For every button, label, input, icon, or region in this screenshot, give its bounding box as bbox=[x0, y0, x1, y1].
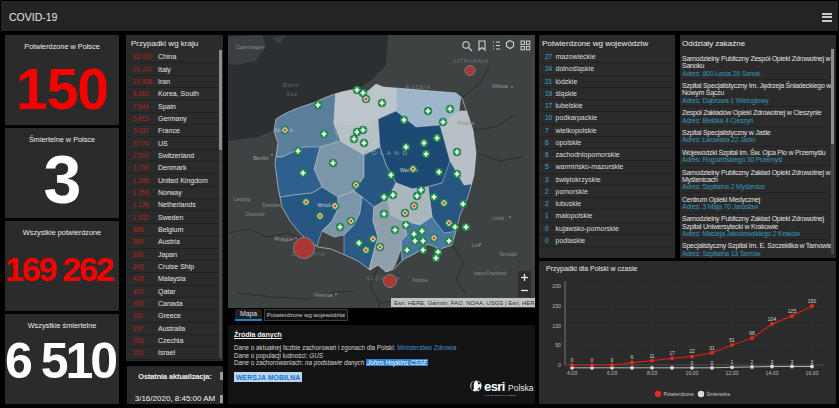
svg-text:Hrodna: Hrodna bbox=[458, 120, 475, 126]
svg-text:esri: esri bbox=[484, 379, 505, 394]
svg-text:8.03: 8.03 bbox=[647, 370, 657, 376]
svg-text:22: 22 bbox=[689, 348, 695, 354]
svg-text:3: 3 bbox=[771, 359, 774, 365]
svg-text:50: 50 bbox=[555, 342, 561, 348]
svg-text:Potwierdzone: Potwierdzone bbox=[664, 391, 695, 397]
svg-text:Copenhagen: Copenhagen bbox=[236, 44, 265, 50]
svg-text:Košice: Košice bbox=[412, 277, 427, 283]
svg-text:6: 6 bbox=[631, 354, 634, 360]
svg-text:150: 150 bbox=[552, 303, 561, 309]
svg-text:Leipzig: Leipzig bbox=[234, 196, 250, 202]
svg-text:0: 0 bbox=[611, 357, 614, 363]
svg-text:Prague: Prague bbox=[274, 236, 294, 242]
svg-text:3: 3 bbox=[811, 359, 814, 365]
svg-text:Śmiertelne: Śmiertelne bbox=[707, 390, 731, 397]
svg-text:0: 0 bbox=[691, 360, 694, 366]
svg-text:68: 68 bbox=[749, 330, 755, 336]
svg-text:2: 2 bbox=[751, 359, 754, 365]
svg-text:P O L A N D: P O L A N D bbox=[364, 149, 408, 156]
svg-text:Chemnitz: Chemnitz bbox=[245, 212, 265, 217]
svg-text:10.03: 10.03 bbox=[686, 370, 699, 376]
svg-text:Vienna: Vienna bbox=[314, 292, 333, 298]
svg-text:0: 0 bbox=[571, 357, 574, 363]
svg-text:16.03: 16.03 bbox=[806, 370, 819, 376]
svg-text:L I T H U A N I A: L I T H U A N I A bbox=[454, 59, 489, 64]
svg-text:14.03: 14.03 bbox=[766, 370, 779, 376]
svg-text:Ternopil: Ternopil bbox=[499, 251, 517, 257]
svg-text:0: 0 bbox=[711, 360, 714, 366]
svg-text:125: 125 bbox=[788, 308, 797, 314]
svg-text:200: 200 bbox=[552, 283, 561, 289]
svg-text:Ivano-Frankivsk: Ivano-Frankivsk bbox=[474, 271, 507, 276]
svg-text:1: 1 bbox=[731, 359, 734, 365]
svg-text:Baltic: Baltic bbox=[283, 82, 299, 88]
svg-text:3: 3 bbox=[791, 359, 794, 365]
svg-text:6.03: 6.03 bbox=[607, 370, 617, 376]
svg-text:Lviv: Lviv bbox=[472, 242, 481, 248]
svg-text:Esri, HERE, Garmin, FAO, NOAA,: Esri, HERE, Garmin, FAO, NOAA, USGS | Es… bbox=[394, 300, 535, 306]
svg-text:51: 51 bbox=[729, 337, 735, 343]
svg-text:31: 31 bbox=[709, 345, 715, 351]
svg-text:4.03: 4.03 bbox=[567, 370, 577, 376]
svg-text:Vilnius: Vilnius bbox=[492, 83, 508, 89]
svg-text:12.03: 12.03 bbox=[726, 370, 739, 376]
svg-text:0: 0 bbox=[591, 357, 594, 363]
svg-text:Sea: Sea bbox=[286, 91, 297, 97]
svg-text:100: 100 bbox=[552, 323, 561, 329]
svg-text:Lutsk: Lutsk bbox=[492, 215, 504, 221]
svg-text:Dresden: Dresden bbox=[263, 202, 282, 208]
svg-text:R U S S I A: R U S S I A bbox=[406, 85, 431, 90]
svg-text:150: 150 bbox=[808, 298, 817, 304]
svg-text:11: 11 bbox=[649, 353, 654, 359]
svg-text:THE SCIENCE OF WHERE: THE SCIENCE OF WHERE bbox=[485, 394, 517, 396]
svg-text:0: 0 bbox=[558, 362, 561, 368]
svg-text:Polska: Polska bbox=[508, 383, 534, 393]
svg-text:104: 104 bbox=[768, 316, 777, 322]
svg-text:17: 17 bbox=[669, 350, 675, 356]
svg-text:Berlin: Berlin bbox=[253, 155, 268, 161]
